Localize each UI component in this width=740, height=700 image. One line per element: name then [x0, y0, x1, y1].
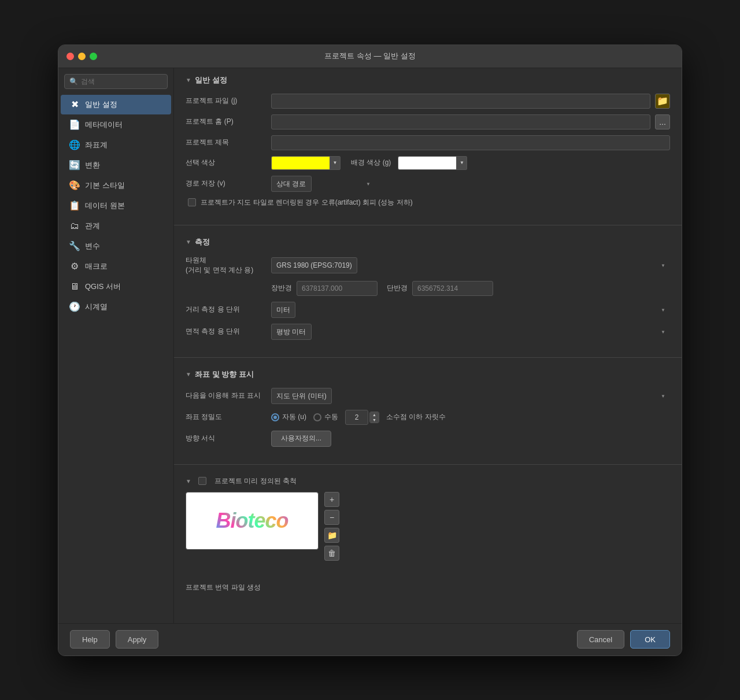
scales-remove-button[interactable]: − — [324, 510, 339, 525]
sidebar-label-variable: 변수 — [85, 241, 100, 251]
selection-color-label: 선택 색상 — [186, 158, 267, 168]
scales-add-button[interactable]: + — [324, 492, 339, 507]
project-file-browse-button[interactable]: 📁 — [655, 94, 670, 109]
sidebar-item-crs[interactable]: 🌐 좌표계 — [61, 135, 171, 155]
background-color-label: 배경 색상 (g) — [351, 158, 391, 168]
sidebar-item-time-series[interactable]: 🕐 시계열 — [61, 297, 171, 317]
sidebar-item-metadata[interactable]: 📄 메타데이터 — [61, 115, 171, 135]
sidebar: 🔍 ✖ 일반 설정 📄 메타데이터 🌐 좌표계 🔄 변환 🎨 기본 스 — [58, 68, 174, 623]
project-file-label: 프로젝트 파일 (j) — [186, 96, 267, 106]
general-collapse-arrow: ▼ — [186, 77, 191, 83]
selection-color-dropdown[interactable]: ▼ — [330, 157, 340, 169]
sidebar-label-crs: 좌표계 — [85, 140, 108, 150]
area-unit-select[interactable]: 평방 미터 — [271, 324, 312, 340]
auto-radio-btn[interactable] — [271, 413, 279, 421]
decimal-decrement-button[interactable]: ▼ — [370, 417, 379, 423]
path-save-row: 경로 저장 (v) 상대 경로 절대 경로 — [186, 176, 670, 192]
sidebar-item-style[interactable]: 🎨 기본 스타일 — [61, 176, 171, 195]
ok-button[interactable]: OK — [630, 630, 670, 649]
sidebar-item-macro[interactable]: ⚙ 매크로 — [61, 257, 171, 276]
background-color-swatch[interactable]: ▼ — [398, 156, 467, 170]
path-save-select[interactable]: 상대 경로 절대 경로 — [271, 176, 312, 192]
bioteco-logo: Bioteco — [216, 509, 288, 533]
selection-color-swatch[interactable]: ▼ — [271, 156, 341, 170]
search-input[interactable] — [81, 77, 162, 86]
bottom-bar: Help Apply Cancel OK — [58, 623, 682, 655]
help-button[interactable]: Help — [70, 630, 110, 649]
semi-axes-row: 장반경 단반경 — [186, 281, 670, 296]
macro-icon: ⚙ — [69, 261, 80, 272]
decimal-spinner-buttons: ▲ ▼ — [369, 412, 379, 423]
main-panel: ▼ 일반 설정 프로젝트 파일 (j) 📁 프로젝트 홈 (P) ... — [174, 68, 682, 623]
background-color-dropdown[interactable]: ▼ — [456, 157, 467, 169]
time-series-icon: 🕐 — [69, 301, 80, 313]
decimal-places-label: 소수점 이하 자릿수 — [386, 412, 446, 422]
project-file-input[interactable] — [271, 94, 650, 109]
scales-folder-button[interactable]: 📁 — [324, 528, 339, 543]
measurement-section-header[interactable]: ▼ 측정 — [186, 237, 670, 247]
sidebar-label-datasource: 데이터 원본 — [85, 201, 125, 211]
coordinates-section-title: 좌표 및 방향 표시 — [195, 369, 254, 380]
manual-radio-btn[interactable] — [313, 413, 321, 421]
decimal-increment-button[interactable]: ▲ — [370, 412, 379, 417]
color-row: 선택 색상 ▼ 배경 색상 (g) ▼ — [186, 156, 670, 170]
scales-checkbox[interactable] — [198, 477, 206, 485]
coordinates-section: ▼ 좌표 및 방향 표시 다음을 이용해 좌표 표시 지도 단위 (미터) 좌표… — [174, 362, 682, 460]
scales-section: ▼ 프로젝트 미리 정의된 축척 Bioteco + − 📁 🗑 — [174, 469, 682, 568]
coordinates-section-header[interactable]: ▼ 좌표 및 방향 표시 — [186, 369, 670, 380]
project-home-input[interactable] — [271, 114, 650, 129]
window-title: 프로젝트 속성 — 일반 설정 — [324, 51, 415, 61]
artifact-checkbox-row: 프로젝트가 지도 타일로 렌더링된 경우 오류(artifact) 회피 (성능… — [186, 198, 670, 208]
scales-trash-button[interactable]: 🗑 — [324, 546, 339, 561]
scales-section-title: 프로젝트 미리 정의된 축척 — [214, 476, 297, 486]
sidebar-item-relation[interactable]: 🗂 관계 — [61, 216, 171, 236]
main-window: 프로젝트 속성 — 일반 설정 🔍 ✖ 일반 설정 📄 메타데이터 🌐 좌표계 — [58, 45, 682, 656]
scales-header-row: ▼ 프로젝트 미리 정의된 축척 — [186, 476, 670, 486]
distance-unit-row: 거리 측정 용 단위 미터 — [186, 302, 670, 318]
measurement-section-title: 측정 — [195, 237, 210, 247]
project-file-row: 프로젝트 파일 (j) 📁 — [186, 94, 670, 109]
decimal-places-input[interactable]: 2 — [345, 410, 368, 425]
project-home-label: 프로젝트 홈 (P) — [186, 117, 267, 127]
content-area: 🔍 ✖ 일반 설정 📄 메타데이터 🌐 좌표계 🔄 변환 🎨 기본 스 — [58, 68, 682, 623]
auto-radio-option[interactable]: 자동 (u) — [271, 412, 306, 422]
path-save-label: 경로 저장 (v) — [186, 179, 267, 188]
sidebar-label-transform: 변환 — [85, 160, 100, 171]
manual-radio-option[interactable]: 수동 — [313, 412, 338, 422]
area-unit-label: 면적 측정 용 단위 — [186, 327, 267, 336]
precision-row: 좌표 정밀도 자동 (u) 수동 2 ▲ — [186, 410, 670, 425]
scales-image: Bioteco — [186, 492, 319, 550]
ellipsoid-select[interactable]: GRS 1980 (EPSG:7019) — [271, 257, 357, 273]
general-section-header[interactable]: ▼ 일반 설정 — [186, 75, 670, 86]
minimize-button[interactable] — [78, 53, 86, 60]
close-button[interactable] — [66, 53, 74, 60]
scales-collapse-arrow[interactable]: ▼ — [186, 478, 191, 484]
variable-icon: 🔧 — [69, 240, 80, 252]
apply-button[interactable]: Apply — [116, 630, 159, 649]
style-icon: 🎨 — [69, 180, 80, 191]
search-box[interactable]: 🔍 — [64, 74, 168, 89]
measurement-collapse-arrow: ▼ — [186, 239, 191, 245]
sidebar-item-transform[interactable]: 🔄 변환 — [61, 155, 171, 175]
general-section: ▼ 일반 설정 프로젝트 파일 (j) 📁 프로젝트 홈 (P) ... — [174, 68, 682, 220]
datasource-icon: 📋 — [69, 200, 80, 212]
sidebar-item-variable[interactable]: 🔧 변수 — [61, 236, 171, 256]
manual-radio-label: 수동 — [324, 412, 338, 422]
sidebar-label-general: 일반 설정 — [85, 99, 117, 110]
project-home-browse-button[interactable]: ... — [655, 114, 670, 129]
cancel-button[interactable]: Cancel — [577, 630, 624, 649]
project-title-input[interactable] — [271, 135, 670, 150]
sidebar-label-time-series: 시계열 — [85, 302, 108, 312]
semiminor-label: 단반경 — [387, 283, 408, 293]
distance-unit-select[interactable]: 미터 — [271, 302, 295, 318]
artifact-checkbox[interactable] — [188, 198, 196, 206]
translation-section: 프로젝트 번역 파일 생성 — [174, 568, 682, 599]
maximize-button[interactable] — [90, 53, 97, 60]
display-coord-select[interactable]: 지도 단위 (미터) — [271, 388, 332, 404]
traffic-lights — [66, 53, 97, 60]
sidebar-item-general[interactable]: ✖ 일반 설정 — [61, 95, 171, 114]
bearing-custom-button[interactable]: 사용자정의... — [271, 431, 331, 447]
sidebar-item-datasource[interactable]: 📋 데이터 원본 — [61, 196, 171, 216]
translation-row: 프로젝트 번역 파일 생성 — [186, 583, 670, 592]
sidebar-item-qgis-server[interactable]: 🖥 QGIS 서버 — [61, 277, 171, 297]
